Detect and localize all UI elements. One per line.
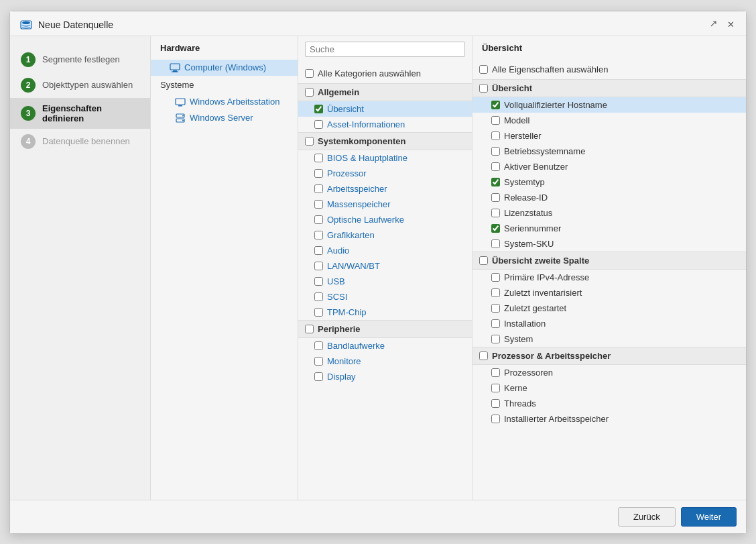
cat-lan-checkbox[interactable] <box>314 262 323 270</box>
prop-ipv4-label: Primäre IPv4-Adresse <box>504 272 589 282</box>
cat-display[interactable]: Display <box>298 369 472 384</box>
next-button[interactable]: Weiter <box>681 507 737 527</box>
prop-release-id-checkbox[interactable] <box>491 193 500 202</box>
prop-kerne-checkbox[interactable] <box>491 384 500 392</box>
prop-modell-checkbox[interactable] <box>491 116 500 125</box>
all-categories-checkbox[interactable] <box>305 69 314 78</box>
cat-band[interactable]: Bandlaufwerke <box>298 338 472 353</box>
cat-arbeitsspeicher[interactable]: Arbeitsspeicher <box>298 181 472 197</box>
hardware-windows-workstation[interactable]: Windows Arbeitsstation <box>151 94 298 110</box>
prop-group-ubersicht2[interactable]: Übersicht zweite Spalte <box>472 252 746 270</box>
cat-asset-info[interactable]: Asset-Informationen <box>298 117 472 132</box>
cat-tpm-checkbox[interactable] <box>314 308 323 317</box>
prop-ipv4-checkbox[interactable] <box>491 273 500 282</box>
step-1[interactable]: 1 Segmente festlegen <box>10 47 150 72</box>
prop-lizenzstatus[interactable]: Lizenzstatus <box>472 205 746 221</box>
prop-group-ubersicht[interactable]: Übersicht <box>472 79 746 97</box>
cat-monitore-checkbox[interactable] <box>314 357 323 366</box>
cat-massenspeicher[interactable]: Massenspeicher <box>298 197 472 212</box>
prop-zuletzt-inventarisiert[interactable]: Zuletzt inventarisiert <box>472 285 746 301</box>
peripherie-group[interactable]: Peripherie <box>298 320 472 338</box>
cat-band-checkbox[interactable] <box>314 341 323 350</box>
step-3[interactable]: 3 Eigenschaften definieren <box>10 98 150 129</box>
prop-system-sku-checkbox[interactable] <box>491 239 500 248</box>
cat-audio[interactable]: Audio <box>298 243 472 258</box>
all-categories-check[interactable]: Alle Kategorien auswählen <box>298 64 472 83</box>
cat-optische[interactable]: Optische Laufwerke <box>298 212 472 227</box>
peripherie-checkbox[interactable] <box>305 325 314 333</box>
cat-tpm[interactable]: TPM-Chip <box>298 305 472 320</box>
search-box[interactable] <box>305 42 465 57</box>
prop-installierter-arbeitsspeicher[interactable]: Installierter Arbeitsspeicher <box>472 411 746 427</box>
cat-bios-checkbox[interactable] <box>314 154 323 162</box>
back-button[interactable]: Zurück <box>618 507 676 527</box>
prop-lizenzstatus-checkbox[interactable] <box>491 209 500 217</box>
cat-asset-info-checkbox[interactable] <box>314 120 323 129</box>
prop-group-ubersicht-checkbox[interactable] <box>479 84 488 93</box>
cat-ubersicht-checkbox[interactable] <box>314 105 323 113</box>
prop-hersteller[interactable]: Hersteller <box>472 128 746 144</box>
search-input[interactable] <box>310 44 460 54</box>
cat-optische-checkbox[interactable] <box>314 215 323 224</box>
cat-arbeitsspeicher-checkbox[interactable] <box>314 184 323 193</box>
cat-ubersicht[interactable]: Übersicht <box>298 101 472 117</box>
cat-bios[interactable]: BIOS & Hauptplatine <box>298 150 472 166</box>
prop-vollqualifizierter-hostname[interactable]: Vollqualifizierter Hostname <box>472 97 746 113</box>
cat-grafik-checkbox[interactable] <box>314 231 323 239</box>
prop-aktiver-benutzer-checkbox[interactable] <box>491 162 500 171</box>
prop-arbeitsspeicher-checkbox[interactable] <box>491 415 500 423</box>
hardware-computer-windows[interactable]: Computer (Windows) <box>151 60 298 76</box>
hardware-windows-server[interactable]: Windows Server <box>151 110 298 126</box>
allgemein-checkbox[interactable] <box>305 88 314 97</box>
prop-system-sku[interactable]: System-SKU <box>472 236 746 252</box>
prop-gestartet-checkbox[interactable] <box>491 304 500 313</box>
prop-prozessoren[interactable]: Prozessoren <box>472 365 746 380</box>
prop-systemtyp[interactable]: Systemtyp <box>472 174 746 190</box>
cat-audio-checkbox[interactable] <box>314 246 323 255</box>
cat-scsi[interactable]: SCSI <box>298 289 472 305</box>
prop-threads-checkbox[interactable] <box>491 399 500 408</box>
prop-hersteller-checkbox[interactable] <box>491 131 500 140</box>
resize-button[interactable] <box>708 19 720 31</box>
cat-monitore[interactable]: Monitore <box>298 353 472 369</box>
cat-usb[interactable]: USB <box>298 274 472 289</box>
prop-seriennummer-checkbox[interactable] <box>491 224 500 233</box>
prop-release-id[interactable]: Release-ID <box>472 190 746 205</box>
allgemein-group[interactable]: Allgemein <box>298 83 472 101</box>
prop-system-checkbox[interactable] <box>491 335 500 343</box>
all-properties-checkbox[interactable] <box>479 65 488 74</box>
prop-threads[interactable]: Threads <box>472 396 746 411</box>
cat-prozessor-checkbox[interactable] <box>314 169 323 178</box>
prop-betriebssystemname-checkbox[interactable] <box>491 147 500 156</box>
prop-group-ubersicht2-checkbox[interactable] <box>479 256 488 265</box>
prop-kerne[interactable]: Kerne <box>472 380 746 396</box>
cat-display-checkbox[interactable] <box>314 372 323 381</box>
prop-system[interactable]: System <box>472 331 746 347</box>
prop-betriebssystemname[interactable]: Betriebssystemname <box>472 144 746 159</box>
prop-inventarisiert-checkbox[interactable] <box>491 288 500 297</box>
prop-zuletzt-gestartet[interactable]: Zuletzt gestartet <box>472 301 746 316</box>
prop-installation-checkbox[interactable] <box>491 319 500 328</box>
cat-lan[interactable]: LAN/WAN/BT <box>298 258 472 274</box>
prop-modell[interactable]: Modell <box>472 113 746 128</box>
prop-group-prozessor-checkbox[interactable] <box>479 351 488 360</box>
step-4[interactable]: 4 Datenquelle benennen <box>10 129 150 154</box>
prop-aktiver-benutzer[interactable]: Aktiver Benutzer <box>472 159 746 174</box>
cat-scsi-checkbox[interactable] <box>314 292 323 301</box>
cat-prozessor[interactable]: Prozessor <box>298 166 472 181</box>
systemkomponenten-checkbox[interactable] <box>305 137 314 146</box>
step-2[interactable]: 2 Objekttypen auswählen <box>10 72 150 98</box>
prop-prozessoren-checkbox[interactable] <box>491 368 500 377</box>
cat-usb-checkbox[interactable] <box>314 277 323 286</box>
cat-grafik[interactable]: Grafikkarten <box>298 227 472 243</box>
prop-seriennummer[interactable]: Seriennummer <box>472 221 746 236</box>
prop-systemtyp-checkbox[interactable] <box>491 178 500 186</box>
cat-massenspeicher-checkbox[interactable] <box>314 200 323 209</box>
close-button[interactable]: ✕ <box>724 19 737 31</box>
systemkomponenten-group[interactable]: Systemkomponenten <box>298 132 472 150</box>
prop-installation[interactable]: Installation <box>472 316 746 331</box>
prop-ipv4[interactable]: Primäre IPv4-Adresse <box>472 270 746 285</box>
prop-group-prozessor[interactable]: Prozessor & Arbeitsspeicher <box>472 347 746 365</box>
prop-hostname-checkbox[interactable] <box>491 101 500 109</box>
all-properties-check[interactable]: Alle Eigenschaften auswählen <box>472 60 746 79</box>
